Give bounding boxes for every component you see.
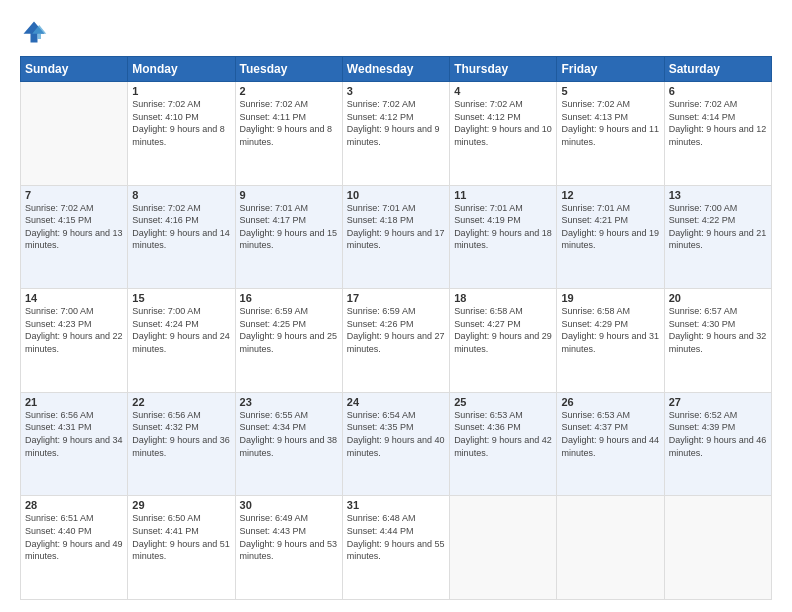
day-info: Sunrise: 6:50 AMSunset: 4:41 PMDaylight:… [132,512,230,562]
calendar-cell: 4Sunrise: 7:02 AMSunset: 4:12 PMDaylight… [450,82,557,186]
day-number: 6 [669,85,767,97]
weekday-header-row: SundayMondayTuesdayWednesdayThursdayFrid… [21,57,772,82]
weekday-header-friday: Friday [557,57,664,82]
calendar-cell: 11Sunrise: 7:01 AMSunset: 4:19 PMDayligh… [450,185,557,289]
day-info: Sunrise: 7:00 AMSunset: 4:22 PMDaylight:… [669,202,767,252]
day-number: 4 [454,85,552,97]
calendar-cell: 5Sunrise: 7:02 AMSunset: 4:13 PMDaylight… [557,82,664,186]
weekday-header-monday: Monday [128,57,235,82]
calendar-cell [21,82,128,186]
day-number: 29 [132,499,230,511]
calendar-week-row: 7Sunrise: 7:02 AMSunset: 4:15 PMDaylight… [21,185,772,289]
day-info: Sunrise: 6:52 AMSunset: 4:39 PMDaylight:… [669,409,767,459]
day-info: Sunrise: 7:02 AMSunset: 4:16 PMDaylight:… [132,202,230,252]
day-number: 17 [347,292,445,304]
day-number: 10 [347,189,445,201]
day-info: Sunrise: 6:53 AMSunset: 4:37 PMDaylight:… [561,409,659,459]
day-number: 9 [240,189,338,201]
calendar-cell: 10Sunrise: 7:01 AMSunset: 4:18 PMDayligh… [342,185,449,289]
calendar-cell: 16Sunrise: 6:59 AMSunset: 4:25 PMDayligh… [235,289,342,393]
calendar-cell: 18Sunrise: 6:58 AMSunset: 4:27 PMDayligh… [450,289,557,393]
day-number: 7 [25,189,123,201]
day-info: Sunrise: 7:02 AMSunset: 4:12 PMDaylight:… [347,98,445,148]
day-number: 12 [561,189,659,201]
day-info: Sunrise: 7:01 AMSunset: 4:18 PMDaylight:… [347,202,445,252]
day-info: Sunrise: 6:58 AMSunset: 4:27 PMDaylight:… [454,305,552,355]
day-number: 26 [561,396,659,408]
day-info: Sunrise: 7:02 AMSunset: 4:10 PMDaylight:… [132,98,230,148]
calendar-cell: 27Sunrise: 6:52 AMSunset: 4:39 PMDayligh… [664,392,771,496]
day-info: Sunrise: 6:54 AMSunset: 4:35 PMDaylight:… [347,409,445,459]
weekday-header-sunday: Sunday [21,57,128,82]
calendar-cell: 22Sunrise: 6:56 AMSunset: 4:32 PMDayligh… [128,392,235,496]
day-number: 20 [669,292,767,304]
day-number: 27 [669,396,767,408]
day-info: Sunrise: 6:48 AMSunset: 4:44 PMDaylight:… [347,512,445,562]
day-info: Sunrise: 7:02 AMSunset: 4:12 PMDaylight:… [454,98,552,148]
calendar-cell: 15Sunrise: 7:00 AMSunset: 4:24 PMDayligh… [128,289,235,393]
calendar-cell: 9Sunrise: 7:01 AMSunset: 4:17 PMDaylight… [235,185,342,289]
calendar-cell: 20Sunrise: 6:57 AMSunset: 4:30 PMDayligh… [664,289,771,393]
day-number: 13 [669,189,767,201]
logo [20,18,52,46]
calendar-cell: 17Sunrise: 6:59 AMSunset: 4:26 PMDayligh… [342,289,449,393]
day-number: 3 [347,85,445,97]
day-info: Sunrise: 6:55 AMSunset: 4:34 PMDaylight:… [240,409,338,459]
day-number: 5 [561,85,659,97]
calendar-cell: 7Sunrise: 7:02 AMSunset: 4:15 PMDaylight… [21,185,128,289]
day-info: Sunrise: 7:02 AMSunset: 4:15 PMDaylight:… [25,202,123,252]
day-info: Sunrise: 7:00 AMSunset: 4:24 PMDaylight:… [132,305,230,355]
day-info: Sunrise: 7:00 AMSunset: 4:23 PMDaylight:… [25,305,123,355]
day-info: Sunrise: 7:02 AMSunset: 4:13 PMDaylight:… [561,98,659,148]
day-number: 30 [240,499,338,511]
day-info: Sunrise: 6:53 AMSunset: 4:36 PMDaylight:… [454,409,552,459]
day-number: 11 [454,189,552,201]
calendar-week-row: 28Sunrise: 6:51 AMSunset: 4:40 PMDayligh… [21,496,772,600]
weekday-header-saturday: Saturday [664,57,771,82]
calendar-cell: 29Sunrise: 6:50 AMSunset: 4:41 PMDayligh… [128,496,235,600]
day-info: Sunrise: 7:01 AMSunset: 4:17 PMDaylight:… [240,202,338,252]
calendar-cell: 13Sunrise: 7:00 AMSunset: 4:22 PMDayligh… [664,185,771,289]
day-number: 28 [25,499,123,511]
calendar-cell: 12Sunrise: 7:01 AMSunset: 4:21 PMDayligh… [557,185,664,289]
calendar-cell: 28Sunrise: 6:51 AMSunset: 4:40 PMDayligh… [21,496,128,600]
day-info: Sunrise: 7:01 AMSunset: 4:19 PMDaylight:… [454,202,552,252]
day-number: 22 [132,396,230,408]
day-info: Sunrise: 6:56 AMSunset: 4:31 PMDaylight:… [25,409,123,459]
day-number: 25 [454,396,552,408]
day-info: Sunrise: 6:57 AMSunset: 4:30 PMDaylight:… [669,305,767,355]
calendar-cell [557,496,664,600]
day-number: 23 [240,396,338,408]
day-info: Sunrise: 6:56 AMSunset: 4:32 PMDaylight:… [132,409,230,459]
calendar-cell: 8Sunrise: 7:02 AMSunset: 4:16 PMDaylight… [128,185,235,289]
day-info: Sunrise: 7:02 AMSunset: 4:11 PMDaylight:… [240,98,338,148]
calendar-cell [664,496,771,600]
calendar-week-row: 1Sunrise: 7:02 AMSunset: 4:10 PMDaylight… [21,82,772,186]
day-info: Sunrise: 7:02 AMSunset: 4:14 PMDaylight:… [669,98,767,148]
day-number: 19 [561,292,659,304]
header [20,18,772,46]
day-number: 18 [454,292,552,304]
calendar-cell: 24Sunrise: 6:54 AMSunset: 4:35 PMDayligh… [342,392,449,496]
day-info: Sunrise: 6:49 AMSunset: 4:43 PMDaylight:… [240,512,338,562]
logo-icon [20,18,48,46]
calendar-cell: 25Sunrise: 6:53 AMSunset: 4:36 PMDayligh… [450,392,557,496]
calendar-week-row: 21Sunrise: 6:56 AMSunset: 4:31 PMDayligh… [21,392,772,496]
page: SundayMondayTuesdayWednesdayThursdayFrid… [0,0,792,612]
weekday-header-wednesday: Wednesday [342,57,449,82]
day-number: 31 [347,499,445,511]
calendar-cell: 19Sunrise: 6:58 AMSunset: 4:29 PMDayligh… [557,289,664,393]
calendar-table: SundayMondayTuesdayWednesdayThursdayFrid… [20,56,772,600]
calendar-cell: 30Sunrise: 6:49 AMSunset: 4:43 PMDayligh… [235,496,342,600]
day-info: Sunrise: 6:58 AMSunset: 4:29 PMDaylight:… [561,305,659,355]
calendar-cell: 6Sunrise: 7:02 AMSunset: 4:14 PMDaylight… [664,82,771,186]
day-number: 8 [132,189,230,201]
day-number: 16 [240,292,338,304]
calendar-cell: 2Sunrise: 7:02 AMSunset: 4:11 PMDaylight… [235,82,342,186]
day-info: Sunrise: 6:51 AMSunset: 4:40 PMDaylight:… [25,512,123,562]
day-number: 2 [240,85,338,97]
calendar-cell: 21Sunrise: 6:56 AMSunset: 4:31 PMDayligh… [21,392,128,496]
day-info: Sunrise: 6:59 AMSunset: 4:26 PMDaylight:… [347,305,445,355]
calendar-cell: 14Sunrise: 7:00 AMSunset: 4:23 PMDayligh… [21,289,128,393]
calendar-cell: 23Sunrise: 6:55 AMSunset: 4:34 PMDayligh… [235,392,342,496]
